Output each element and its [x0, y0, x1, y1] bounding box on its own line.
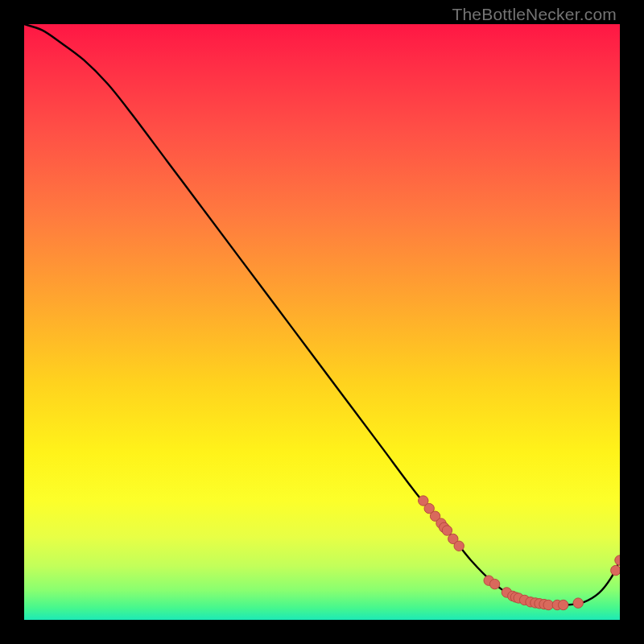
data-marker — [454, 541, 464, 551]
data-marker — [573, 598, 583, 608]
chart-background — [24, 24, 620, 620]
data-marker — [442, 526, 452, 535]
watermark-text: TheBottleNecker.com — [452, 5, 617, 24]
chart-frame — [24, 24, 620, 620]
data-marker — [559, 600, 568, 609]
data-marker — [489, 579, 499, 588]
data-marker — [543, 600, 553, 609]
data-marker — [611, 565, 620, 575]
bottleneck-chart — [24, 24, 620, 620]
